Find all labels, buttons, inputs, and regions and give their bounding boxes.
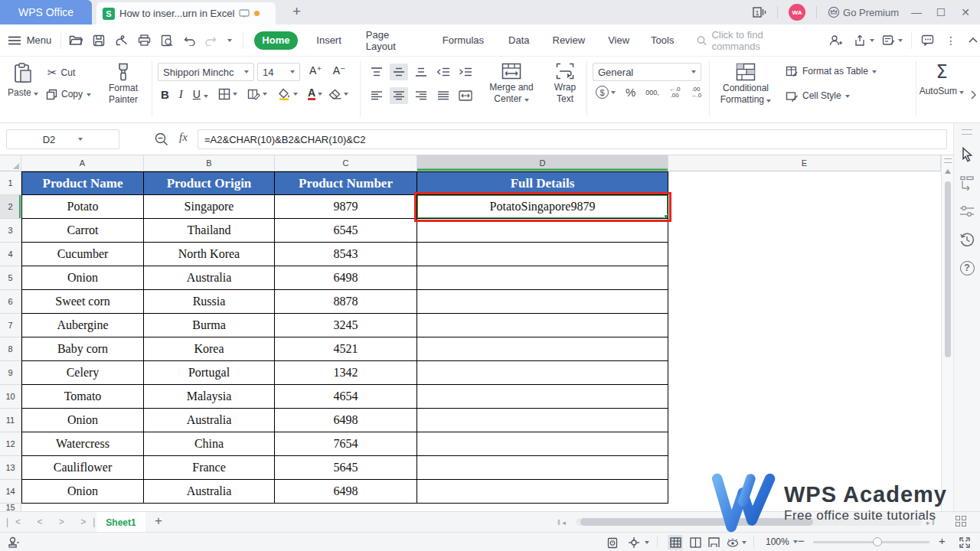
table-cell[interactable]: Malaysia [144, 385, 275, 409]
autosum-button[interactable]: Σ AutoSum [913, 61, 971, 97]
table-cell[interactable]: 6498 [275, 409, 417, 432]
row-number[interactable]: 14 [0, 480, 21, 504]
table-cell[interactable]: 6545 [275, 219, 417, 243]
command-search[interactable]: Click to find commands [697, 29, 807, 52]
column-header-b[interactable]: B [144, 155, 275, 171]
format-painter-button[interactable]: Format Painter [101, 63, 145, 106]
open-icon[interactable] [69, 33, 83, 48]
wrap-text-button[interactable]: Wrap Text [547, 63, 583, 105]
sidebar-handle-icon[interactable] [962, 129, 972, 135]
align-top-button[interactable] [368, 64, 386, 80]
print-preview-icon[interactable] [160, 33, 175, 48]
quick-access-caret-icon[interactable] [227, 39, 232, 42]
table-header-cell[interactable]: Product Number [275, 171, 417, 195]
table-cell[interactable]: Aubergine [21, 314, 144, 337]
row-number[interactable]: 7 [0, 314, 21, 337]
table-cell[interactable]: Onion [21, 480, 144, 504]
table-cell[interactable]: Singapore [144, 195, 275, 219]
locate-caret-icon[interactable] [645, 541, 649, 544]
go-premium-button[interactable]: Go Premium [828, 6, 899, 18]
table-cell[interactable] [417, 504, 668, 511]
table-cell[interactable]: Australia [144, 480, 275, 504]
empty-cell[interactable] [668, 432, 941, 456]
stamp-icon[interactable] [6, 535, 21, 550]
table-header-cell[interactable]: Product Origin [144, 171, 275, 195]
table-cell[interactable] [417, 409, 668, 432]
cut-button[interactable]: ✂ Cut [47, 66, 75, 80]
document-tab[interactable]: S How to inser...urn in Excel [96, 2, 276, 24]
copy-button[interactable]: Copy [46, 89, 91, 100]
locate-cell-icon[interactable] [626, 535, 642, 550]
label-icon[interactable] [882, 33, 897, 48]
element-layout-icon[interactable] [959, 174, 975, 191]
window-manage-icon[interactable]: 1 [753, 7, 766, 18]
table-cell[interactable]: 4521 [275, 337, 417, 361]
table-cell[interactable]: China [144, 432, 275, 456]
table-cell[interactable]: 8543 [275, 243, 417, 266]
tab-home[interactable]: Home [254, 31, 299, 50]
table-header-cell[interactable]: Full Details [417, 171, 668, 195]
page-break-view-button[interactable] [706, 535, 721, 550]
undo-icon[interactable] [182, 33, 197, 48]
number-format-select[interactable]: General [593, 63, 701, 81]
tab-review[interactable]: Review [553, 34, 586, 46]
table-cell[interactable]: Cucumber [21, 243, 144, 266]
table-cell[interactable] [417, 385, 668, 409]
empty-cell[interactable] [668, 361, 941, 385]
page-layout-view-button[interactable] [688, 535, 703, 550]
empty-cell[interactable] [668, 266, 941, 290]
table-cell[interactable]: Portugal [144, 361, 275, 385]
font-color-button[interactable]: A [308, 87, 322, 100]
table-cell[interactable] [417, 266, 668, 290]
empty-cell[interactable] [668, 409, 941, 432]
column-header-a[interactable]: A [21, 155, 144, 171]
empty-cell[interactable] [668, 171, 941, 195]
table-cell[interactable] [417, 219, 668, 243]
zoom-slider-knob[interactable] [873, 537, 882, 546]
table-cell[interactable] [417, 314, 668, 337]
table-cell[interactable]: Australia [144, 266, 275, 290]
column-header-c[interactable]: C [275, 155, 417, 171]
fx-icon[interactable]: fx [179, 131, 188, 144]
maximize-button[interactable]: ☐ [934, 6, 948, 18]
row-number[interactable]: 13 [0, 456, 21, 480]
increase-font-button[interactable]: A⁺ [309, 64, 322, 77]
print-icon[interactable] [137, 33, 152, 48]
decrease-font-button[interactable]: A⁻ [333, 64, 346, 77]
font-size-select[interactable]: 14 [257, 63, 300, 81]
eraser-button[interactable] [328, 89, 348, 99]
table-cell[interactable]: Onion [21, 266, 144, 290]
vertical-scroll-thumb[interactable] [945, 181, 951, 357]
table-cell[interactable] [275, 504, 417, 511]
share-icon[interactable] [853, 33, 867, 48]
format-as-table-button[interactable]: Format as Table [786, 66, 877, 77]
table-cell[interactable]: France [144, 456, 275, 480]
row-number[interactable]: 15 [0, 504, 21, 511]
history-icon[interactable] [959, 231, 975, 248]
row-number[interactable]: 12 [0, 432, 21, 456]
text-orientation-button[interactable] [456, 87, 475, 104]
sheet-tab-sheet1[interactable]: Sheet1 [96, 512, 145, 533]
row-number[interactable]: 8 [0, 337, 21, 361]
table-cell[interactable] [417, 361, 668, 385]
settings-sliders-icon[interactable] [959, 203, 975, 220]
row-number[interactable]: 5 [0, 266, 21, 290]
table-cell[interactable]: Carrot [21, 219, 144, 243]
comment-icon[interactable] [920, 33, 935, 48]
justify-button[interactable] [434, 87, 452, 104]
row-number[interactable]: 4 [0, 243, 21, 266]
row-number[interactable]: 1 [0, 171, 21, 195]
currency-format-button[interactable]: $ [596, 86, 616, 99]
table-cell[interactable] [417, 480, 668, 504]
table-cell[interactable]: PotatoSingapore9879 [417, 195, 668, 219]
formula-input[interactable]: =A2&CHAR(10)&B2&CHAR(10)&C2 [198, 129, 947, 149]
table-cell[interactable]: Baby corn [21, 337, 144, 361]
name-box[interactable]: D2 [6, 129, 119, 149]
table-cell[interactable] [417, 290, 668, 314]
reading-mode-icon[interactable] [725, 535, 740, 550]
empty-cell[interactable] [668, 337, 941, 361]
table-cell[interactable]: 1342 [275, 361, 417, 385]
align-right-button[interactable] [412, 87, 430, 104]
highlight-color-button[interactable] [277, 88, 298, 100]
scroll-up-icon[interactable] [945, 169, 951, 174]
